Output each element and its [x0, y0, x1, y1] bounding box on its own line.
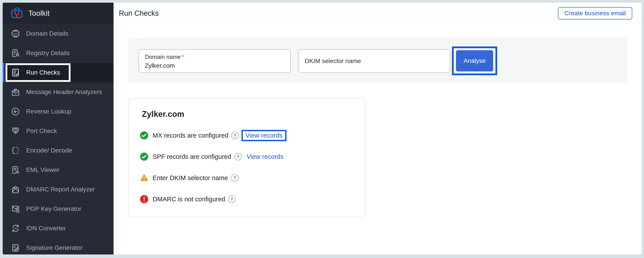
sidebar-item-label: IDN Converter: [26, 225, 66, 232]
help-icon[interactable]: ?: [231, 132, 239, 139]
sidebar-item-label: Reverse Lookup: [26, 108, 72, 115]
check-text: DMARC is not configured: [152, 196, 225, 203]
page-title: Run Checks: [119, 9, 159, 17]
sidebar-item-label: Message Header Analyzers: [26, 89, 102, 96]
port-check-icon: [11, 126, 20, 136]
sidebar-item-run-checks[interactable]: Run Checks: [3, 63, 114, 82]
sidebar-item-label: Port Check: [26, 128, 57, 134]
annotation-view-records: View records: [242, 130, 286, 141]
status-error-icon: [140, 195, 148, 204]
svg-text:www: www: [13, 227, 18, 230]
screenshot-stage: Toolkit www Domain Details: [0, 0, 644, 258]
sidebar-item-registry-details[interactable]: Registry Details: [3, 43, 114, 63]
check-row: DMARC is not configured ?: [140, 189, 365, 210]
domain-name-field[interactable]: Domain name*: [138, 49, 291, 73]
sidebar-item-port-check[interactable]: Port Check: [3, 121, 114, 141]
sidebar-item-label: DMARC Report Analyzer: [26, 186, 95, 193]
link-slot: View records: [239, 130, 286, 141]
app-title: Toolkit: [28, 9, 50, 17]
required-asterisk: *: [182, 54, 184, 60]
main-header: Run Checks Create business email: [114, 3, 642, 24]
result-domain-title: Zylker.com: [142, 110, 365, 119]
check-text: SPF records are configured: [152, 153, 231, 160]
link-slot: View records: [242, 153, 284, 160]
sidebar-item-idn-converter[interactable]: www IDN Converter: [3, 219, 114, 238]
sidebar-item-label: Run Checks: [26, 69, 60, 76]
sidebar-item-dmarc-report-analyzer[interactable]: DMARC Report Analyzer: [3, 180, 114, 199]
www-convert-icon: www: [11, 224, 20, 233]
dkim-selector-input[interactable]: [299, 50, 450, 72]
sidebar-item-label: PGP Key Generator: [26, 205, 82, 212]
view-records-link[interactable]: View records: [246, 153, 284, 160]
domain-name-input[interactable]: [145, 62, 278, 69]
checklist-icon: [11, 68, 20, 77]
envelope-key-icon: [11, 185, 20, 194]
envelope-lock-icon: [11, 204, 20, 214]
help-icon[interactable]: ?: [234, 153, 242, 160]
sidebar-nav: www Domain Details Registry D: [3, 24, 114, 255]
sidebar-item-label: Domain Details: [26, 30, 68, 37]
sidebar-header: Toolkit: [3, 3, 114, 24]
brackets-icon: [11, 146, 20, 155]
envelope-letter-icon: [11, 87, 20, 97]
toolkit-logo-icon: [10, 7, 24, 20]
domain-name-label: Domain name*: [145, 53, 290, 60]
sidebar-item-eml-viewer[interactable]: EML Viewer: [3, 160, 114, 180]
sidebar-item-encode-decode[interactable]: Encode/ Decode: [3, 141, 114, 160]
document-eye-icon: [11, 165, 20, 175]
registry-contact-icon: [11, 48, 20, 58]
main-content: Domain name* Analyse Zylker.com MX: [114, 24, 642, 255]
check-row: Enter DKIM selector name ?: [140, 167, 365, 189]
main-area: Run Checks Create business email Domain …: [114, 3, 642, 255]
sidebar-item-signature-generator[interactable]: Signature Generator: [3, 238, 114, 255]
create-business-email-button[interactable]: Create business email: [558, 7, 632, 19]
sidebar-item-pgp-key-generator[interactable]: PGP Key Generator: [3, 199, 114, 219]
check-text: MX records are configured: [152, 132, 228, 139]
status-success-icon: [140, 131, 148, 140]
check-row: SPF records are configured ? View record…: [140, 146, 365, 167]
check-list: MX records are configured ? View records…: [128, 125, 365, 210]
sidebar-item-message-header-analyzers[interactable]: Message Header Analyzers: [3, 82, 114, 102]
status-warning-icon: [140, 173, 148, 182]
status-success-icon: [140, 152, 148, 161]
toolkit-app-window: Toolkit www Domain Details: [3, 3, 642, 255]
sidebar-item-label: Encode/ Decode: [26, 147, 72, 154]
analyse-button[interactable]: Analyse: [456, 50, 493, 71]
sidebar-item-label: Registry Details: [26, 50, 70, 57]
help-icon[interactable]: ?: [228, 195, 236, 203]
results-card: Zylker.com MX records are configured ? V…: [128, 98, 366, 217]
svg-text:www: www: [13, 32, 18, 35]
sidebar-item-label: Signature Generator: [26, 244, 82, 251]
check-row: MX records are configured ? View records: [140, 125, 365, 146]
dkim-selector-field[interactable]: [298, 49, 450, 73]
sidebar-item-reverse-lookup[interactable]: Reverse Lookup: [3, 102, 114, 121]
sidebar-item-domain-details[interactable]: www Domain Details: [3, 24, 114, 43]
document-pen-icon: [11, 243, 20, 253]
run-checks-form-panel: Domain name* Analyse: [128, 38, 627, 83]
globe-www-icon: www: [11, 29, 20, 38]
sidebar-item-label: EML Viewer: [26, 166, 59, 173]
help-icon[interactable]: ?: [231, 174, 238, 182]
view-records-link[interactable]: View records: [246, 132, 282, 139]
annotation-analyse-button: Analyse: [452, 46, 497, 75]
arrow-back-circle-icon: [11, 107, 20, 116]
check-text: Enter DKIM selector name: [152, 174, 228, 182]
sidebar: Toolkit www Domain Details: [3, 3, 114, 255]
